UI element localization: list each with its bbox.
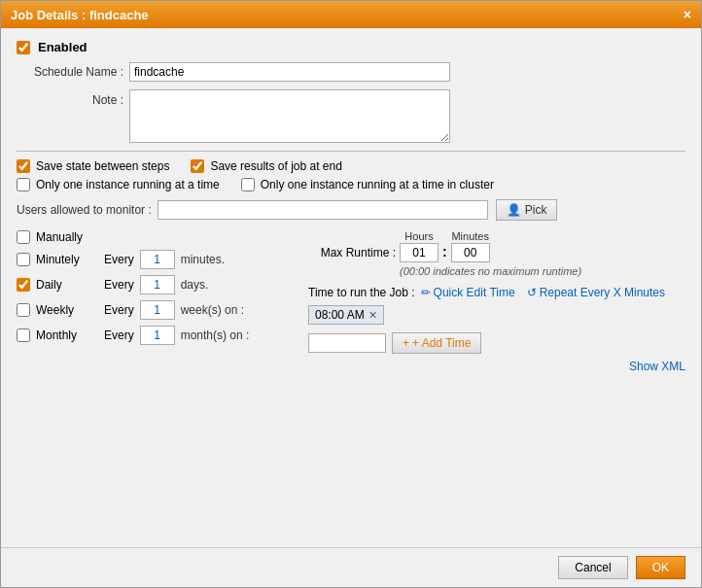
minutely-every-input[interactable] (140, 250, 175, 269)
show-xml-link[interactable]: Show XML (629, 360, 685, 373)
one-instance-cluster-label: Only one instance running at a time in c… (261, 178, 494, 191)
runtime-hint: (00:00 indicates no maximum runtime) (400, 265, 581, 277)
ok-button[interactable]: OK (636, 556, 685, 579)
users-monitor-input[interactable] (158, 200, 488, 220)
options-section: Save state between steps Save results of… (17, 159, 685, 191)
pencil-icon: ✏ (421, 286, 431, 299)
weekly-unit: week(s) on : (181, 303, 244, 317)
person-icon: 👤 (507, 203, 521, 217)
colon-sep: : (442, 244, 447, 262)
plus-icon: + (403, 336, 409, 350)
add-time-button[interactable]: + + Add Time (392, 332, 481, 354)
note-row: Note : (17, 89, 685, 143)
manually-checkbox[interactable] (17, 230, 30, 244)
minutely-every-text: Every (104, 253, 134, 266)
note-label: Note : (17, 89, 123, 107)
runtime-section: Max Runtime : Hours : Minutes (00:00 ind… (308, 230, 685, 278)
schedule-name-row: Schedule Name : (17, 62, 685, 82)
time-to-run-row: Time to run the Job : ✏ Quick Edit Time … (308, 286, 685, 299)
weekly-every-input[interactable] (140, 300, 175, 320)
weekly-row: Weekly Every week(s) on : (17, 300, 289, 320)
minutely-unit: minutes. (181, 253, 225, 266)
enabled-row: Enabled (17, 40, 685, 54)
enabled-checkbox[interactable] (17, 41, 30, 54)
one-instance-label: Only one instance running at a time (36, 178, 220, 191)
monthly-checkbox[interactable] (17, 329, 30, 342)
pick-button[interactable]: 👤 Pick (496, 199, 558, 221)
time-tags-section: 08:00 AM ✕ + + Add Time (308, 305, 685, 354)
show-xml-row: Show XML (308, 360, 685, 373)
time-tag-08am: 08:00 AM ✕ (308, 305, 384, 325)
save-results-label: Save results of job at end (210, 159, 341, 173)
daily-label: Daily (36, 278, 94, 292)
save-state-label: Save state between steps (36, 159, 169, 173)
dialog-title: Job Details : findcache (11, 8, 149, 22)
weekly-every-text: Every (104, 303, 134, 317)
minutely-label: Minutely (36, 253, 94, 266)
schedule-name-label: Schedule Name : (17, 65, 123, 79)
daily-unit: days. (181, 278, 209, 292)
weekly-checkbox[interactable] (17, 303, 30, 317)
repeat-link[interactable]: ↺ Repeat Every X Minutes (527, 286, 665, 299)
close-button[interactable]: × (684, 7, 691, 22)
monthly-every-input[interactable] (140, 326, 175, 345)
schedule-right: Max Runtime : Hours : Minutes (00:00 ind… (308, 230, 685, 373)
cancel-button[interactable]: Cancel (558, 556, 627, 579)
daily-every-text: Every (104, 278, 134, 292)
runtime-label-text: Max Runtime : (308, 246, 396, 262)
monthly-label: Monthly (36, 329, 94, 342)
hours-input[interactable] (400, 243, 439, 262)
minutes-input[interactable] (451, 243, 490, 262)
note-textarea[interactable] (129, 89, 450, 143)
save-state-row: Save state between steps Save results of… (17, 159, 685, 173)
schedule-section: Manually Minutely Every minutes. Daily E… (17, 230, 685, 373)
daily-row: Daily Every days. (17, 275, 289, 294)
add-time-input[interactable] (308, 333, 386, 353)
dialog-body: Enabled Schedule Name : Note : Save stat… (1, 28, 701, 547)
remove-time-button[interactable]: ✕ (369, 309, 377, 322)
minutes-header: Minutes (451, 230, 489, 242)
one-instance-checkbox[interactable] (17, 178, 30, 191)
add-time-row: + + Add Time (308, 332, 685, 354)
manually-label: Manually (36, 230, 94, 244)
schedule-name-input[interactable] (129, 62, 450, 82)
weekly-label: Weekly (36, 303, 94, 317)
daily-checkbox[interactable] (17, 278, 30, 292)
one-instance-cluster-checkbox[interactable] (241, 178, 255, 191)
minutely-row: Minutely Every minutes. (17, 250, 289, 269)
repeat-icon: ↺ (527, 286, 537, 299)
divider-1 (17, 151, 685, 152)
users-monitor-label: Users allowed to monitor : (17, 203, 152, 217)
users-monitor-row: Users allowed to monitor : 👤 Pick (17, 199, 685, 221)
dialog-footer: Cancel OK (1, 547, 701, 587)
manually-row: Manually (17, 230, 289, 244)
schedule-left: Manually Minutely Every minutes. Daily E… (17, 230, 289, 373)
daily-every-input[interactable] (140, 275, 175, 294)
quick-edit-link[interactable]: ✏ Quick Edit Time (421, 286, 515, 299)
enabled-label: Enabled (38, 40, 88, 54)
time-tags-row: 08:00 AM ✕ (308, 305, 685, 329)
job-details-dialog: Job Details : findcache × Enabled Schedu… (0, 0, 702, 588)
hours-header: Hours (404, 230, 433, 242)
monthly-every-text: Every (104, 329, 134, 342)
one-instance-row: Only one instance running at a time Only… (17, 178, 685, 191)
title-bar: Job Details : findcache × (1, 1, 701, 28)
save-results-checkbox[interactable] (191, 159, 204, 173)
time-to-run-label: Time to run the Job : (308, 286, 415, 299)
minutely-checkbox[interactable] (17, 253, 30, 266)
save-state-checkbox[interactable] (17, 159, 30, 173)
monthly-row: Monthly Every month(s) on : (17, 326, 289, 345)
monthly-unit: month(s) on : (181, 329, 250, 342)
